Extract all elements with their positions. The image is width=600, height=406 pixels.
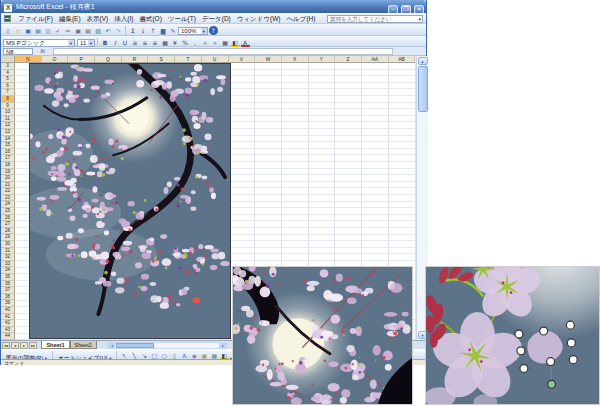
row-header-4[interactable]: 4 <box>1 70 15 77</box>
align-left-icon[interactable]: ≡ <box>131 38 140 47</box>
undo-icon[interactable]: ↶ <box>104 26 113 35</box>
comma-style-icon[interactable]: , <box>191 38 200 47</box>
sort-descending-icon[interactable]: ↑ <box>149 26 158 35</box>
column-header-N[interactable]: N <box>15 56 42 63</box>
menu-insert[interactable]: 挿入(I) <box>111 13 136 24</box>
zoom-box[interactable]: 100%▾ <box>178 27 208 35</box>
formula-input[interactable] <box>53 48 393 55</box>
sheet-tab-sheet2[interactable]: Sheet2 <box>70 341 97 349</box>
chart-wizard-icon[interactable]: ▆ <box>159 26 168 35</box>
scroll-up-icon[interactable]: ▲ <box>418 57 428 65</box>
autosum-icon[interactable]: Σ <box>129 26 138 35</box>
row-header-22[interactable]: 22 <box>1 188 15 195</box>
row-header-14[interactable]: 14 <box>1 136 15 143</box>
column-header-AB[interactable]: AB <box>389 56 416 63</box>
row-header-37[interactable]: 37 <box>1 287 15 294</box>
row-header-24[interactable]: 24 <box>1 201 15 208</box>
column-header-U[interactable]: U <box>202 56 229 63</box>
cut-icon[interactable]: ✂ <box>64 26 73 35</box>
row-header-18[interactable]: 18 <box>1 162 15 169</box>
selection-handle[interactable] <box>567 339 575 347</box>
currency-style-icon[interactable]: ¥ <box>171 38 180 47</box>
name-box[interactable]: N8 <box>3 48 33 55</box>
column-header-Q[interactable]: Q <box>95 56 122 63</box>
help-icon[interactable]: ? <box>209 26 218 35</box>
percent-style-icon[interactable]: % <box>181 38 190 47</box>
row-header-9[interactable]: 9 <box>1 103 15 110</box>
print-icon[interactable]: ▤ <box>34 26 43 35</box>
row-header-28[interactable]: 28 <box>1 228 15 235</box>
row-header-43[interactable]: 43 <box>1 327 15 334</box>
help-question-box[interactable]: 質問を入力してください ▾ <box>327 15 423 23</box>
column-header-T[interactable]: T <box>175 56 202 63</box>
new-icon[interactable]: ▯ <box>4 26 13 35</box>
copy-icon[interactable]: ▣ <box>74 26 83 35</box>
row-header-31[interactable]: 31 <box>1 248 15 255</box>
row-header-17[interactable]: 17 <box>1 155 15 162</box>
merge-and-center-icon[interactable]: ▦ <box>161 38 170 47</box>
chevron-down-icon[interactable]: ▾ <box>88 40 94 46</box>
row-header-27[interactable]: 27 <box>1 221 15 228</box>
row-header-41[interactable]: 41 <box>1 314 15 321</box>
fx-icon[interactable]: fx <box>40 47 45 56</box>
paste-icon[interactable]: ▤ <box>84 26 93 35</box>
menu-help[interactable]: ヘルプ(H) <box>283 13 318 24</box>
column-header-R[interactable]: R <box>122 56 149 63</box>
column-header-AA[interactable]: AA <box>362 56 389 63</box>
column-header-W[interactable]: W <box>255 56 282 63</box>
selection-handle[interactable] <box>540 327 548 335</box>
row-header-3[interactable]: 3 <box>1 63 15 70</box>
bold-icon[interactable]: B <box>101 38 110 47</box>
menu-data[interactable]: データ(D) <box>199 13 234 24</box>
sheet-tab-sheet1[interactable]: Sheet1 <box>41 341 69 349</box>
row-header-35[interactable]: 35 <box>1 274 15 281</box>
row-header-26[interactable]: 26 <box>1 215 15 222</box>
menu-view[interactable]: 表示(V) <box>84 13 112 24</box>
row-header-8[interactable]: 8 <box>1 96 15 103</box>
selection-handle[interactable] <box>569 356 577 364</box>
row-header-16[interactable]: 16 <box>1 149 15 156</box>
selection-handle[interactable] <box>515 330 523 338</box>
column-header-V[interactable]: V <box>229 56 256 63</box>
borders-icon[interactable]: ▦ <box>221 38 230 47</box>
selection-handle[interactable] <box>547 358 555 366</box>
chevron-down-icon[interactable]: ▾ <box>201 28 207 34</box>
sort-ascending-icon[interactable]: ↓ <box>139 26 148 35</box>
row-header-11[interactable]: 11 <box>1 116 15 123</box>
row-header-38[interactable]: 38 <box>1 294 15 301</box>
menu-edit[interactable]: 編集(E) <box>56 13 84 24</box>
tab-first-icon[interactable]: ◂◂ <box>2 342 10 349</box>
row-header-13[interactable]: 13 <box>1 129 15 136</box>
column-header-Z[interactable]: Z <box>335 56 362 63</box>
format-painter-icon[interactable]: ▨ <box>94 26 103 35</box>
selection-handle[interactable] <box>566 321 574 329</box>
increase-indent-icon[interactable]: » <box>211 38 220 47</box>
row-header-15[interactable]: 15 <box>1 142 15 149</box>
row-header-30[interactable]: 30 <box>1 241 15 248</box>
drawing-icon[interactable]: ✎ <box>169 26 178 35</box>
row-header-20[interactable]: 20 <box>1 175 15 182</box>
menu-file[interactable]: ファイル(F) <box>15 13 56 24</box>
row-header-10[interactable]: 10 <box>1 109 15 116</box>
selection-handle[interactable] <box>517 347 525 355</box>
menu-format[interactable]: 書式(O) <box>136 13 164 24</box>
column-header-Y[interactable]: Y <box>309 56 336 63</box>
chevron-down-icon[interactable]: ▾ <box>418 16 421 23</box>
column-header-S[interactable]: S <box>148 56 175 63</box>
tab-last-icon[interactable]: ▸▸ <box>29 342 37 349</box>
vertical-scroll-thumb[interactable] <box>418 66 428 112</box>
italic-icon[interactable]: I <box>111 38 120 47</box>
row-header-25[interactable]: 25 <box>1 208 15 215</box>
row-header-21[interactable]: 21 <box>1 182 15 189</box>
underline-icon[interactable]: U <box>121 38 130 47</box>
tab-prev-icon[interactable]: ◂ <box>11 342 19 349</box>
fill-color-icon[interactable]: ◧ <box>231 38 240 47</box>
row-header-44[interactable]: 44 <box>1 333 15 340</box>
print-preview-icon[interactable]: ▥ <box>44 26 53 35</box>
rotation-handle[interactable] <box>548 380 556 388</box>
font-name-box[interactable]: MS Pゴシック▾ <box>3 39 75 47</box>
row-header-32[interactable]: 32 <box>1 254 15 261</box>
redo-icon[interactable]: ↷ <box>114 26 123 35</box>
row-header-39[interactable]: 39 <box>1 300 15 307</box>
menu-window[interactable]: ウィンドウ(W) <box>234 13 284 24</box>
